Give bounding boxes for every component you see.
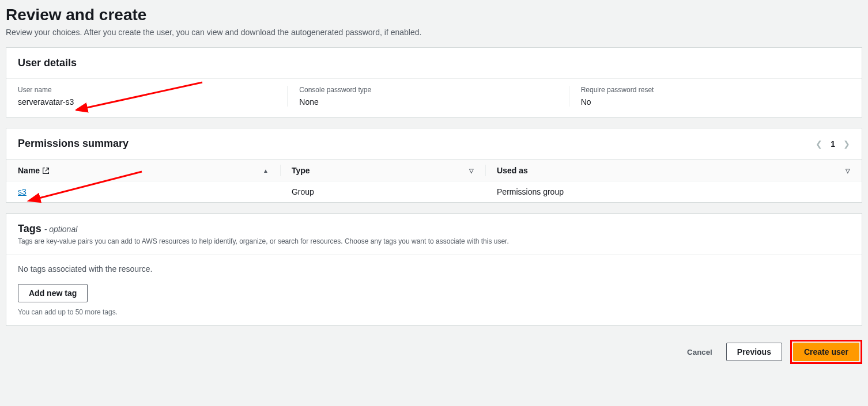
col-type-label[interactable]: Type [292, 166, 310, 175]
pager-page-number: 1 [831, 139, 835, 149]
permissions-title: Permissions summary [18, 138, 129, 150]
page-subtitle: Review your choices. After you create th… [6, 28, 862, 37]
col-name-label[interactable]: Name [18, 166, 40, 175]
permissions-table: Name ▲ Type ▽ Used as ▽ [6, 160, 862, 202]
permissions-pager: ❮ 1 ❯ [816, 139, 850, 149]
create-user-button[interactable]: Create user [793, 343, 859, 361]
tags-hint: You can add up to 50 more tags. [18, 308, 850, 316]
tags-title: Tags - optional [18, 223, 850, 235]
username-label: User name [18, 86, 276, 94]
password-type-label: Console password type [299, 86, 557, 94]
permission-usedas-value: Permissions group [485, 181, 862, 203]
page-title: Review and create [6, 6, 862, 24]
permissions-summary-panel: Permissions summary ❮ 1 ❯ Name ▲ [6, 128, 862, 203]
tags-optional-label: - optional [44, 225, 78, 234]
permissions-header-row: Name ▲ Type ▽ Used as ▽ [6, 160, 862, 181]
username-value: serveravatar-s3 [18, 97, 276, 107]
sort-icon[interactable]: ▽ [469, 168, 474, 174]
sort-icon[interactable]: ▽ [846, 168, 850, 174]
user-details-title: User details [18, 57, 77, 69]
table-row: s3 Group Permissions group [6, 181, 862, 203]
permission-type-value: Group [280, 181, 485, 203]
annotation-highlight-create: Create user [790, 340, 862, 364]
footer-actions: Cancel Previous Create user [6, 336, 862, 367]
external-link-icon [42, 167, 50, 174]
permission-name-link[interactable]: s3 [18, 187, 27, 196]
password-type-value: None [299, 97, 557, 107]
add-new-tag-button[interactable]: Add new tag [18, 284, 88, 302]
tags-panel: Tags - optional Tags are key-value pairs… [6, 213, 862, 326]
cancel-button[interactable]: Cancel [681, 344, 718, 361]
user-details-panel: User details User name serveravatar-s3 C… [6, 47, 862, 117]
require-reset-value: No [581, 97, 839, 107]
previous-button[interactable]: Previous [726, 343, 782, 361]
require-reset-label: Require password reset [581, 86, 839, 94]
tags-empty-text: No tags associated with the resource. [18, 264, 850, 274]
tags-description: Tags are key-value pairs you can add to … [18, 237, 850, 245]
sort-asc-icon[interactable]: ▲ [263, 168, 269, 174]
pager-next-icon[interactable]: ❯ [843, 139, 850, 149]
col-usedas-label[interactable]: Used as [497, 166, 528, 175]
pager-prev-icon[interactable]: ❮ [816, 139, 822, 149]
